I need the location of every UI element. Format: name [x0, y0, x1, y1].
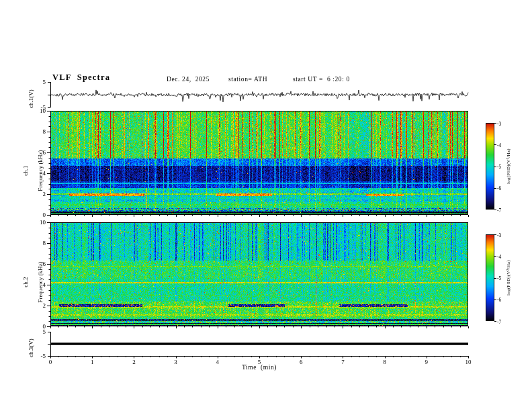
wave1-volt-tick--5: -5: [30, 104, 46, 111]
time-tick-0: 0: [44, 359, 57, 366]
colorbar2-tick--3: -3: [497, 232, 509, 239]
spec1-freq-tick-2: 2: [30, 191, 46, 198]
spec2-freq-tick-6: 6: [30, 261, 46, 268]
colorbar1-tick--5: -5: [497, 163, 509, 171]
colorbar2-tick--5: -5: [497, 275, 509, 282]
spec1-freq-tick-4: 4: [30, 170, 46, 177]
time-tick-3: 3: [169, 359, 183, 366]
plot-station: station= ATH: [228, 76, 267, 83]
ch1-axis-channel: ch.1: [22, 165, 29, 175]
colorbar1-tick--4: -4: [497, 142, 509, 149]
spec2-freq-tick-10: 10: [30, 219, 46, 226]
colorbar2-tick--6: -6: [497, 296, 509, 304]
time-tick-4: 4: [211, 359, 224, 366]
colorbar1-tick--6: -6: [497, 185, 509, 192]
plot-title: VLF Spectra: [52, 74, 110, 81]
vlf-spectra-figure: VLF Spectra Dec. 24, 2025 station= ATH s…: [0, 0, 532, 411]
time-tick-8: 8: [378, 359, 392, 366]
spec1-freq-tick-8: 8: [30, 128, 46, 136]
time-tick-1: 1: [85, 359, 99, 366]
plot-canvas: [0, 0, 532, 411]
spec1-freq-tick-6: 6: [30, 149, 46, 156]
time-tick-9: 9: [420, 359, 433, 366]
time-tick-2: 2: [127, 359, 140, 366]
time-tick-5: 5: [253, 359, 266, 366]
plot-start-ut: start UT = 6 :20: 0: [293, 76, 350, 83]
wave1-volt-tick-5: 5: [30, 79, 46, 86]
plot-date: Dec. 24, 2025: [167, 76, 210, 83]
time-tick-10: 10: [461, 359, 475, 366]
spec2-freq-tick-8: 8: [30, 240, 46, 247]
wave3-volt-tick-5: 5: [30, 328, 46, 336]
time-tick-6: 6: [294, 359, 308, 366]
colorbar2-tick--4: -4: [497, 253, 509, 261]
colorbar2-tick--7: -7: [497, 318, 509, 326]
colorbar1-tick--3: -3: [497, 120, 509, 128]
spec2-freq-tick-4: 4: [30, 281, 46, 289]
spec2-freq-tick-2: 2: [30, 302, 46, 310]
time-tick-7: 7: [336, 359, 349, 366]
colorbar1-tick--7: -7: [497, 207, 509, 214]
spec1-freq-tick-0: 0: [30, 212, 46, 219]
